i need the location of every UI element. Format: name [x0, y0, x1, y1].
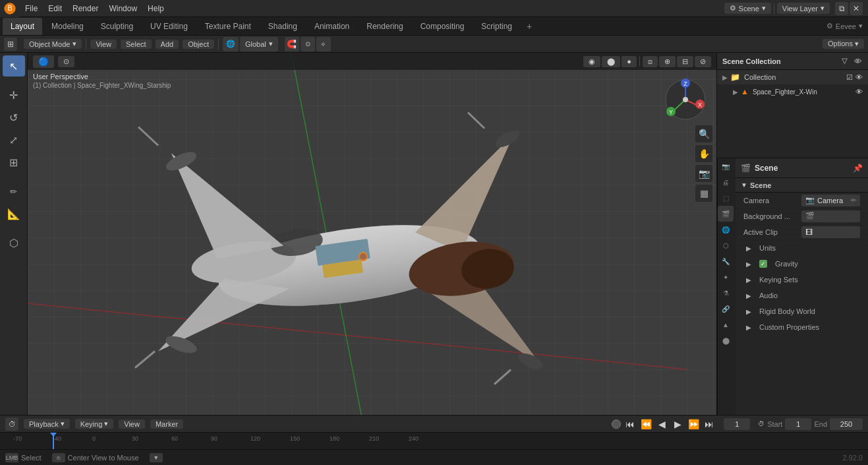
tab-animation[interactable]: Animation [306, 18, 357, 35]
toggle-xray-btn[interactable]: ⧈ [643, 56, 658, 67]
add-workspace-btn[interactable]: + [521, 21, 537, 32]
prop-tab-world[interactable]: 🌐 [718, 222, 734, 237]
scene-selector[interactable]: ⚙ Scene ▾ [724, 3, 771, 14]
mesh-eye[interactable]: 👁 [855, 88, 863, 96]
background-value[interactable]: 🎬 [801, 210, 860, 222]
prop-tab-physics[interactable]: ⚗ [718, 285, 734, 301]
rendered-btn[interactable]: ● [622, 56, 637, 67]
zoom-in-btn[interactable]: 🔍 [695, 125, 712, 142]
outliner-filter-btn[interactable]: ▽ [839, 56, 850, 67]
gizmo-toggle-btn[interactable]: ⊘ [695, 56, 711, 67]
prop-tab-data[interactable]: ▲ [718, 317, 734, 332]
tab-rendering[interactable]: Rendering [359, 18, 411, 35]
rigid-body-world-section[interactable]: ▶ Rigid Body World [736, 303, 868, 319]
engine-selector[interactable]: ⚙Eevee▾ [826, 22, 863, 30]
move-tool[interactable]: ✛ [3, 84, 25, 106]
prop-tab-modifier[interactable]: 🔧 [718, 253, 734, 269]
menu-render[interactable]: Render [67, 0, 103, 16]
tab-shading[interactable]: Shading [260, 18, 305, 35]
viewport[interactable]: 🔵 ⊙ ◉ ⬤ ● ⧈ ⊕ ⊟ ⊘ User Perspective (1) C… [28, 53, 716, 415]
pan-btn[interactable]: ✋ [695, 145, 712, 162]
navigation-gizmo[interactable]: Z X Y [662, 77, 709, 123]
current-frame-input[interactable]: 1 [724, 418, 750, 430]
viewport-shading-btn[interactable]: 🔵 [33, 55, 54, 68]
grid-btn[interactable]: ▦ [695, 185, 712, 202]
object-menu[interactable]: Object [183, 40, 214, 49]
active-clip-value[interactable]: 🎞 [801, 226, 860, 238]
collection-checkbox[interactable]: ☑ [846, 73, 853, 82]
timeline-ruler[interactable]: -70 -40 0 30 60 90 120 150 180 210 240 [0, 433, 868, 449]
view-layer-selector[interactable]: View Layer ▾ [777, 3, 830, 14]
add-menu[interactable]: Add [156, 40, 179, 49]
end-frame-input[interactable]: 250 [830, 418, 863, 430]
record-btn[interactable] [612, 419, 621, 429]
tab-compositing[interactable]: Compositing [413, 18, 473, 35]
collection-eye[interactable]: 👁 [855, 73, 863, 82]
magnet-btn[interactable]: 🧲 [285, 37, 299, 51]
view-menu-timeline[interactable]: View [119, 419, 145, 429]
menu-file[interactable]: File [20, 0, 43, 16]
marker-menu[interactable]: Marker [150, 419, 183, 429]
proportional-btn[interactable]: ⊙ [301, 37, 315, 51]
prop-tab-scene[interactable]: 🎬 [718, 206, 734, 222]
material-preview-btn[interactable]: ⬤ [602, 56, 620, 67]
viewport-options-btn[interactable]: ⊟ [677, 56, 693, 67]
annotate-tool[interactable]: ✏ [3, 181, 25, 202]
prop-tab-material[interactable]: ⬤ [718, 332, 734, 348]
rotate-tool[interactable]: ↺ [3, 107, 25, 128]
add-tool[interactable]: ⬡ [3, 232, 25, 253]
step-back-btn[interactable]: ⏪ [639, 418, 652, 431]
gravity-section[interactable]: ▶ ✓ Gravity [736, 256, 868, 272]
prop-tab-constraints[interactable]: 🔗 [718, 301, 734, 317]
mode-selector[interactable]: Object Mode ▾ [24, 39, 82, 49]
viewport-overlays-btn[interactable]: ⊙ [58, 56, 74, 67]
prop-tab-particles[interactable]: ✦ [718, 269, 734, 285]
viewport-shading2-btn[interactable]: ⊕ [659, 56, 676, 67]
grease-btn[interactable]: ⟡ [316, 37, 331, 51]
start-frame-input[interactable]: 1 [785, 418, 811, 430]
prop-tab-output[interactable]: 🖨 [718, 174, 734, 190]
outliner-item-collection[interactable]: ▶ 📁 Collection ☑ 👁 [717, 70, 868, 84]
jump-start-btn[interactable]: ⏮ [623, 418, 637, 431]
tab-layout[interactable]: Layout [3, 18, 42, 35]
options-btn[interactable]: Options ▾ [823, 39, 864, 49]
menu-window[interactable]: Window [103, 0, 142, 16]
camera-value[interactable]: 📷 Camera ✏ [801, 195, 860, 206]
menu-edit[interactable]: Edit [43, 0, 67, 16]
step-forward-btn[interactable]: ⏩ [687, 418, 700, 431]
gravity-checkbox[interactable]: ✓ [759, 260, 767, 268]
tab-texture-paint[interactable]: Texture Paint [197, 18, 259, 35]
timeline-icon-btn[interactable]: ⏱ [5, 418, 18, 431]
play-btn[interactable]: ▶ [671, 418, 684, 431]
play-reverse-btn[interactable]: ◀ [655, 418, 668, 431]
outliner-item-spacefighter[interactable]: ▶ ▲ Space_Fighter_X-Win 👁 [717, 84, 868, 99]
units-section[interactable]: ▶ Units [736, 240, 868, 256]
global-transform-btn[interactable]: 🌐 [223, 37, 239, 51]
menu-help[interactable]: Help [142, 0, 169, 16]
transform-tool[interactable]: ⊞ [3, 152, 25, 173]
measure-tool[interactable]: 📐 [3, 203, 25, 224]
keying-sets-section[interactable]: ▶ Keying Sets [736, 272, 868, 288]
select-menu[interactable]: Select [121, 40, 152, 49]
tab-sculpting[interactable]: Sculpting [93, 18, 141, 35]
tab-modeling[interactable]: Modeling [43, 18, 92, 35]
close-window-btn[interactable]: ✕ [850, 2, 863, 15]
prop-tab-object[interactable]: ⬡ [718, 237, 734, 253]
playback-menu[interactable]: Playback ▾ [24, 419, 70, 429]
blender-logo[interactable]: B [0, 0, 20, 17]
pin-icon[interactable]: 📌 [853, 164, 863, 173]
custom-properties-section[interactable]: ▶ Custom Properties [736, 319, 868, 335]
audio-section[interactable]: ▶ Audio [736, 288, 868, 303]
prop-tab-render[interactable]: 📷 [718, 158, 734, 174]
restore-window-btn[interactable]: ⧉ [835, 2, 848, 15]
global-selector[interactable]: Global ▾ [240, 37, 278, 51]
camera-btn[interactable]: 📷 [695, 165, 712, 182]
jump-end-btn[interactable]: ⏭ [703, 418, 716, 431]
view-menu[interactable]: View [90, 40, 117, 49]
cursor-tool[interactable]: ↖ [3, 55, 25, 77]
outliner-eye-btn[interactable]: 👁 [852, 56, 863, 67]
solid-shading-btn[interactable]: ◉ [583, 56, 600, 67]
keying-menu[interactable]: Keying ▾ [75, 419, 114, 429]
prop-tab-view-layer[interactable]: ⬚ [718, 190, 734, 206]
tab-scripting[interactable]: Scripting [473, 18, 520, 35]
